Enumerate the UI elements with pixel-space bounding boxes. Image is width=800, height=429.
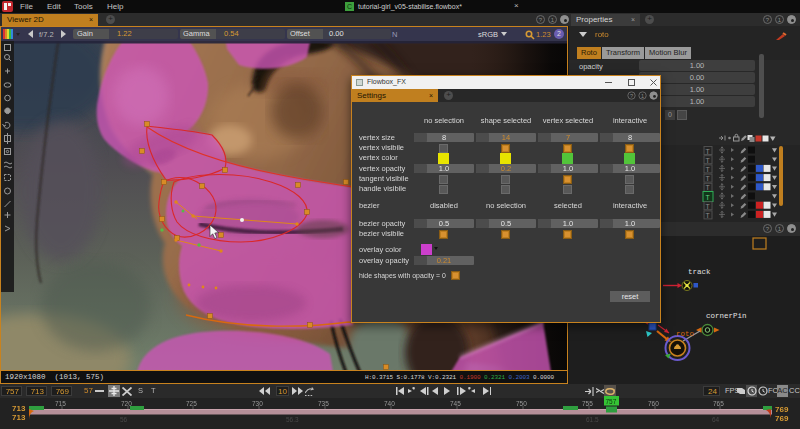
svg-text:745: 745 bbox=[450, 400, 461, 407]
svg-text:T: T bbox=[706, 203, 711, 210]
svg-text:roto: roto bbox=[676, 330, 695, 338]
svg-text:track: track bbox=[688, 268, 711, 276]
svg-text:T: T bbox=[706, 212, 711, 219]
svg-text:720: 720 bbox=[121, 400, 132, 407]
svg-text:769: 769 bbox=[775, 414, 789, 423]
svg-text:64: 64 bbox=[712, 416, 720, 423]
svg-text:713: 713 bbox=[12, 413, 26, 422]
svg-text:755: 755 bbox=[582, 400, 593, 407]
svg-text:725: 725 bbox=[186, 400, 197, 407]
svg-text:56: 56 bbox=[120, 416, 128, 423]
svg-text:T: T bbox=[706, 157, 711, 164]
svg-text:730: 730 bbox=[252, 400, 263, 407]
svg-text:T: T bbox=[706, 148, 711, 155]
svg-text:715: 715 bbox=[55, 400, 66, 407]
svg-text:T: T bbox=[706, 166, 711, 173]
svg-text:740: 740 bbox=[384, 400, 395, 407]
svg-text:T: T bbox=[706, 175, 711, 182]
svg-text:713: 713 bbox=[12, 404, 26, 413]
svg-text:757: 757 bbox=[606, 398, 617, 405]
svg-text:769: 769 bbox=[775, 405, 789, 414]
svg-text:T: T bbox=[706, 194, 711, 201]
svg-text:750: 750 bbox=[516, 400, 527, 407]
svg-text:56.3: 56.3 bbox=[286, 416, 299, 423]
svg-text:760: 760 bbox=[648, 400, 659, 407]
svg-text:765: 765 bbox=[713, 400, 724, 407]
svg-text:T: T bbox=[706, 184, 711, 191]
svg-text:61.5: 61.5 bbox=[586, 416, 599, 423]
svg-text:cornerPin: cornerPin bbox=[706, 312, 747, 320]
svg-text:735: 735 bbox=[318, 400, 329, 407]
